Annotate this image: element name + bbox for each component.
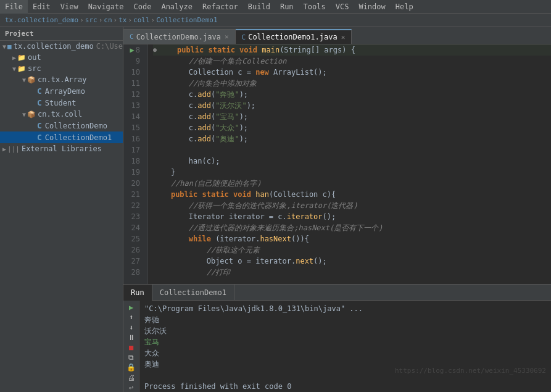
src-folder-icon: 📁 — [17, 65, 26, 73]
expand-arrow-out: ▶ — [12, 54, 16, 61]
menu-run[interactable]: Run — [275, 0, 299, 14]
run-up-button[interactable]: ⬆ — [125, 313, 138, 322]
coll-package-icon: 📦 — [27, 111, 36, 119]
external-libs-icon: ||| — [7, 145, 20, 153]
sidebar-item-collectiondemo[interactable]: ▶ C CollectionDemo — [0, 120, 123, 131]
sidebar-content: ▼ ■ tx.collection_demo C:\Users\Administ… — [0, 41, 123, 392]
run-stop-button[interactable]: ■ — [125, 343, 138, 352]
code-line-17 — [153, 144, 551, 156]
menu-code[interactable]: Code — [129, 0, 157, 14]
run-play-button[interactable]: ▶ — [125, 303, 138, 312]
tab-close-1[interactable]: ✕ — [225, 33, 229, 41]
breadcrumb-cn[interactable]: cn — [104, 16, 112, 24]
breadcrumb-project[interactable]: tx.collection_demo — [5, 16, 78, 24]
breadcrumb-src[interactable]: src — [85, 16, 97, 24]
gutter-21: 21 — [123, 189, 144, 200]
code-lines: ● public static void main(String[] args)… — [148, 44, 551, 284]
run-lock-button[interactable]: 🔒 — [125, 363, 138, 372]
run-tab-run[interactable]: Run — [123, 285, 152, 301]
breadcrumb-tx[interactable]: tx — [118, 16, 126, 24]
sidebar-item-out[interactable]: ▶ 📁 out — [0, 52, 123, 63]
sidebar-item-student[interactable]: ▶ C Student — [0, 97, 123, 109]
output-line-vw: 大众 — [144, 348, 546, 359]
code-line-12: c.add("奔驰"); — [153, 89, 551, 100]
code-editor[interactable]: ▶8 9 10 11 12 13 14 15 16 17 18 19 20 21… — [123, 44, 551, 284]
run-wrap-button[interactable]: ↩ — [125, 383, 138, 392]
gutter-16: 16 — [123, 133, 144, 144]
expand-arrow: ▼ — [2, 43, 6, 50]
gutter-18: 18 — [123, 156, 144, 167]
gutter-25: 25 — [123, 233, 144, 244]
code-line-26: //获取这个元素 — [153, 244, 551, 256]
menu-edit[interactable]: Edit — [28, 0, 56, 14]
project-label: tx.collection_demo — [14, 42, 94, 51]
folder-icon: 📁 — [17, 54, 26, 62]
menu-view[interactable]: View — [56, 0, 83, 14]
code-line-13: c.add("沃尔沃"); — [153, 100, 551, 111]
project-icon: ■ — [7, 43, 12, 51]
class-icon-arraydemo: C — [37, 86, 42, 96]
code-line-16: c.add("奥迪"); — [153, 133, 551, 144]
menu-file[interactable]: File — [0, 0, 28, 14]
code-line-14: c.add("宝马"); — [153, 111, 551, 122]
expand-arrow-ext: ▶ — [2, 146, 6, 152]
menu-bar: File Edit View Navigate Code Analyze Ref… — [0, 0, 551, 14]
breadcrumb-coll[interactable]: coll — [133, 16, 150, 24]
run-pause-button[interactable]: ⏸ — [125, 333, 138, 342]
gutter-8: ▶8 — [123, 44, 144, 56]
sidebar-item-coll-package[interactable]: ▼ 📦 cn.tx.coll — [0, 109, 123, 120]
run-down-button[interactable]: ⬇ — [125, 323, 138, 332]
sidebar-item-external-libs[interactable]: ▶ ||| External Libraries — [0, 143, 123, 154]
run-toolbar: ▶ ⬆ ⬇ ⏸ ■ ⧉ 🔒 🖨 ↩ — [123, 301, 139, 392]
menu-vcs[interactable]: VCS — [331, 0, 354, 14]
run-tab-collectiondemo1[interactable]: CollectionDemo1 — [152, 285, 234, 301]
code-line-11: //向集合中添加对象 — [153, 78, 551, 89]
code-line-21: public static void han(Collection c){ — [153, 189, 551, 200]
gutter-9: 9 — [123, 56, 144, 67]
menu-navigate[interactable]: Navigate — [83, 0, 129, 14]
sidebar-item-array-package[interactable]: ▼ 📦 cn.tx.Array — [0, 74, 123, 85]
output-line-volvo: 沃尔沃 — [144, 325, 546, 336]
gutter-20: 20 — [123, 178, 144, 189]
external-libs-label: External Libraries — [22, 144, 102, 153]
gutter-17: 17 — [123, 144, 144, 156]
sidebar-item-collectiondemo1[interactable]: ▶ C CollectionDemo1 — [0, 131, 123, 143]
tab-close-2[interactable]: ✕ — [341, 33, 346, 41]
sidebar-item-project-root[interactable]: ▼ ■ tx.collection_demo C:\Users\Administ… — [0, 41, 123, 52]
gutter-19: 19 — [123, 167, 144, 178]
tab-collectiondemo[interactable]: C CollectionDemo.java ✕ — [123, 29, 236, 44]
expand-arrow-array: ▼ — [22, 77, 26, 83]
menu-analyze[interactable]: Analyze — [156, 0, 197, 14]
run-print-button[interactable]: 🖨 — [125, 373, 138, 382]
gutter-13: 13 — [123, 100, 144, 111]
code-line-9: //创建一个集合Collection — [153, 56, 551, 67]
code-line-20: //han(自己随便起的名字) — [153, 178, 551, 189]
sidebar-item-src[interactable]: ▼ 📁 src — [0, 63, 123, 74]
class-icon-student: C — [37, 98, 42, 107]
run-output: "C:\Program Files\Java\jdk1.8.0_131\bin\… — [139, 301, 551, 392]
menu-build[interactable]: Build — [243, 0, 275, 14]
sidebar-item-arraydemo[interactable]: ▶ C ArrayDemo — [0, 85, 123, 97]
expand-arrow-coll: ▼ — [22, 111, 26, 118]
output-line-cmd: "C:\Program Files\Java\jdk1.8.0_131\bin\… — [144, 303, 546, 314]
tab-collectiondemo1[interactable]: C CollectionDemo1.java ✕ — [236, 29, 352, 44]
code-line-27: Object o = iterator.next(); — [153, 256, 551, 267]
tab-bar: C CollectionDemo.java ✕ C CollectionDemo… — [123, 27, 551, 44]
gutter-15: 15 — [123, 122, 144, 133]
menu-tools[interactable]: Tools — [299, 0, 331, 14]
breadcrumb-class[interactable]: CollectionDemo1 — [156, 16, 217, 24]
menu-refactor[interactable]: Refactor — [197, 0, 243, 14]
sidebar-title: Project — [0, 27, 123, 41]
code-line-28: //打印 — [153, 267, 551, 278]
run-copy-button[interactable]: ⧉ — [125, 353, 138, 362]
menu-window[interactable]: Window — [354, 0, 390, 14]
menu-help[interactable]: Help — [391, 0, 418, 14]
arraydemo-label: ArrayDemo — [45, 87, 85, 96]
output-line-bmw: 宝马 — [144, 336, 546, 348]
java-file-icon-1: C — [130, 33, 134, 41]
gutter-27: 27 — [123, 256, 144, 267]
gutter-10: 10 — [123, 67, 144, 78]
code-line-8: ● public static void main(String[] args)… — [153, 44, 551, 56]
gutter-22: 22 — [123, 200, 144, 211]
src-label: src — [28, 64, 41, 73]
